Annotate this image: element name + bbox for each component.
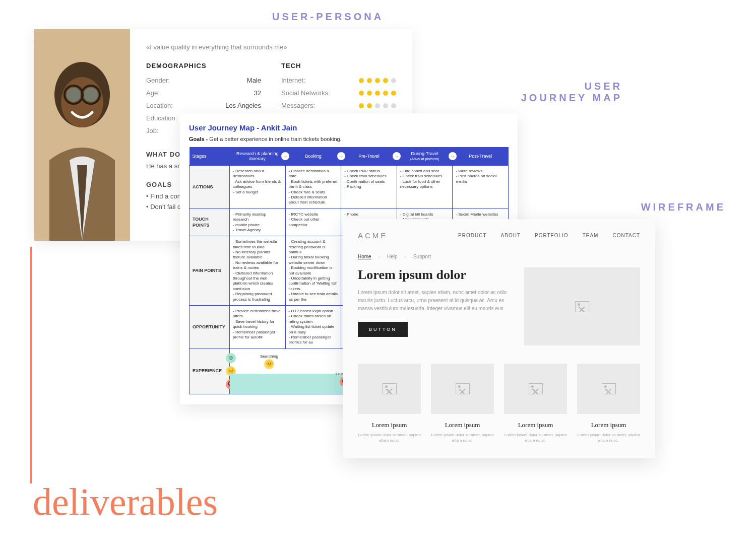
wf-card: Lorem ipsumLorem ipsum dolor sit amet, s… <box>577 364 640 443</box>
jm-col-head: Stages <box>190 147 230 166</box>
journey-goals: Goals - Get a better experience in onlin… <box>189 136 509 142</box>
jm-cell: Sometimes the website takes time to load… <box>230 236 286 306</box>
wf-card-title: Lorem ipsum <box>358 421 421 429</box>
jm-row-label: OPPORTUNITY <box>190 305 230 349</box>
jm-row-label: ACTIONS <box>190 166 230 209</box>
wireframe-card: ACME PRODUCTABOUTPORTFOLIOTEAMCONTACT Ho… <box>343 219 655 458</box>
journey-header-row: StagesResearch & planning itinerary→Book… <box>190 147 509 166</box>
wf-card-body: Lorem ipsum dolor sit amet, sapien etiam… <box>431 432 494 443</box>
wf-nav-item[interactable]: CONTACT <box>612 233 640 238</box>
wf-card-body: Lorem ipsum dolor sit amet, sapien etiam… <box>358 432 421 443</box>
wf-card-image-placeholder <box>577 364 640 414</box>
jm-cell: IRCTC websiteCheck out other competitor <box>285 209 341 236</box>
wf-card-image-placeholder <box>358 364 421 414</box>
wf-card-body: Lorem ipsum dolor sit amet, sapien etiam… <box>577 432 640 443</box>
image-icon <box>529 383 543 394</box>
wf-nav-item[interactable]: PRODUCT <box>458 233 486 238</box>
education-label: Education: <box>146 114 177 122</box>
tech-messengers: Messagers: <box>281 102 396 109</box>
label-user-journey-l2: JOURNEY MAP <box>521 92 622 104</box>
wf-card: Lorem ipsumLorem ipsum dolor sit amet, s… <box>431 364 494 443</box>
arrow-icon: → <box>393 152 401 160</box>
age-label: Age: <box>146 89 160 97</box>
wf-card-title: Lorem ipsum <box>431 421 494 429</box>
jm-col-head: Post-Travel <box>453 147 509 166</box>
persona-photo <box>34 29 130 241</box>
jm-row-label: EXPERIENCE☺😐☹ <box>190 349 230 394</box>
demographics-heading: DEMOGRAPHICS <box>146 62 261 70</box>
gender-value: Male <box>247 77 261 84</box>
tech-internet: Internet: <box>281 77 396 84</box>
wf-crumb[interactable]: Help <box>387 254 398 259</box>
wf-crumb[interactable]: Support <box>413 254 431 259</box>
social-rating <box>359 91 396 96</box>
arrow-icon: → <box>281 152 289 160</box>
svg-point-5 <box>67 88 81 102</box>
label-user-journey-l1: USER <box>521 81 622 92</box>
jm-cell: Finalize destination & dateBook tickets … <box>285 166 341 209</box>
jm-row-label: TOUCH POINTS <box>190 209 230 236</box>
image-icon <box>575 301 589 312</box>
wf-hero-body: Lorem ipsum dolor sit amet, sapien etiam… <box>358 289 509 313</box>
wf-hero-title: Lorem ipsum dolor <box>358 267 509 283</box>
jm-col-head: Research & planning itinerary→ <box>230 147 286 166</box>
jm-cell: Write reviewsPost photos on social media <box>453 166 509 209</box>
jm-col-head: During-Travel(Arival at platform)→ <box>397 147 453 166</box>
jm-cell: Research about destinationsAsk advice fr… <box>230 166 286 209</box>
wf-logo: ACME <box>358 231 388 240</box>
label-user-persona: USER-PERSONA <box>272 11 384 23</box>
wf-breadcrumb: Home›Help›Support <box>358 254 640 259</box>
wf-nav-item[interactable]: ABOUT <box>501 233 521 238</box>
tech-social: Social Networks: <box>281 89 396 97</box>
tech-heading: TECH <box>281 62 396 70</box>
persona-quote: «I value quality in everything that surr… <box>146 43 396 51</box>
jm-row-actions: ACTIONSResearch about destinationsAsk ad… <box>190 166 509 209</box>
chevron-right-icon: › <box>405 254 406 259</box>
wf-nav-item[interactable]: TEAM <box>583 233 599 238</box>
wf-card: Lorem ipsumLorem ipsum dolor sit amet, s… <box>504 364 567 443</box>
jm-col-head: Pre-Travel→ <box>341 147 397 166</box>
age-value: 32 <box>254 89 261 97</box>
journey-title: User Journey Map - Ankit Jain <box>189 123 509 132</box>
wf-card-image-placeholder <box>504 364 567 414</box>
wf-card-row: Lorem ipsumLorem ipsum dolor sit amet, s… <box>358 364 640 443</box>
jm-cell: Find coach and seatCheck train schedules… <box>397 166 453 209</box>
wf-hero-text: Lorem ipsum dolor Lorem ipsum dolor sit … <box>358 267 509 345</box>
jm-cell: Check PNR statusCheck train schedulesCon… <box>341 166 397 209</box>
image-icon <box>456 383 470 394</box>
accent-bar <box>30 247 32 483</box>
image-icon <box>383 383 397 394</box>
wf-crumb[interactable]: Home <box>358 254 371 259</box>
jm-cell: Primarily desktop researchmobile phoneTr… <box>230 209 286 236</box>
label-wireframe: WIREFRAME <box>641 201 726 213</box>
messengers-label: Messagers: <box>281 102 315 109</box>
jm-cell: OTP based login optionCheck trains based… <box>285 305 341 349</box>
internet-label: Internet: <box>281 77 305 84</box>
deliverables-word: deliverables <box>33 480 218 524</box>
chevron-right-icon: › <box>379 254 380 259</box>
image-icon <box>602 383 616 394</box>
wf-card-body: Lorem ipsum dolor sit amet, sapien etiam… <box>504 432 567 443</box>
jm-row-label: PAIN POINTS <box>190 236 230 306</box>
gender-label: Gender: <box>146 77 170 84</box>
persona-photo-svg <box>34 29 130 241</box>
jm-cell: Provide customized travel offersSave tra… <box>230 305 286 349</box>
svg-point-6 <box>84 88 98 102</box>
internet-rating <box>359 78 396 83</box>
job-label: Job: <box>146 127 159 134</box>
label-user-journey: USER JOURNEY MAP <box>521 81 622 104</box>
messengers-rating <box>359 103 396 108</box>
wf-nav-item[interactable]: PORTFOLIO <box>535 233 569 238</box>
wf-card-title: Lorem ipsum <box>504 421 567 429</box>
wf-hero-image-placeholder <box>524 267 640 345</box>
wf-cta-button[interactable]: BUTTON <box>358 322 408 337</box>
location-label: Location: <box>146 102 173 109</box>
arrow-icon: → <box>337 152 345 160</box>
wf-card-title: Lorem ipsum <box>577 421 640 429</box>
wf-header: ACME PRODUCTABOUTPORTFOLIOTEAMCONTACT <box>358 231 640 240</box>
emoji-neutral-icon: 😐 <box>264 359 274 369</box>
jm-col-head: Booking→ <box>285 147 341 166</box>
wf-card: Lorem ipsumLorem ipsum dolor sit amet, s… <box>358 364 421 443</box>
wf-card-image-placeholder <box>431 364 494 414</box>
jm-cell: Creating account & reseting password is … <box>285 236 341 306</box>
